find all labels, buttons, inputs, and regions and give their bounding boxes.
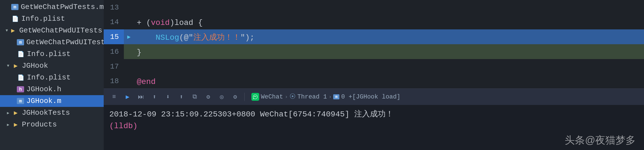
debug-branch-button[interactable]: ⚙ bbox=[203, 92, 214, 102]
folder-icon: ▶ bbox=[12, 121, 20, 128]
breadcrumb-wechat: WeChat bbox=[251, 93, 283, 101]
code-token-nslog: NSLog bbox=[156, 33, 179, 42]
code-token: )load { bbox=[170, 18, 203, 27]
sidebar-item-info-plist-1[interactable]: 📄 Info.plist bbox=[0, 13, 104, 25]
debug-hide-button[interactable]: ≡ bbox=[109, 92, 119, 102]
plist-file-icon: 📄 bbox=[11, 15, 19, 23]
line-number: 14 bbox=[104, 15, 124, 29]
line-arrow bbox=[124, 44, 134, 59]
debug-stepinto-button[interactable]: ⬆ bbox=[149, 92, 160, 102]
code-content: + (void)load { bbox=[134, 15, 644, 29]
line-arrow bbox=[124, 74, 134, 88]
breadcrumb: WeChat › ⦿ Thread 1 › m 0 +[JGHook load] bbox=[251, 93, 639, 101]
console-line-1: 2018-12-09 23:15:09.225303+0800 WeChat[6… bbox=[109, 109, 638, 120]
sidebar-item-info-plist-3[interactable]: 📄 Info.plist bbox=[0, 72, 104, 83]
folder-icon: ▶ bbox=[9, 27, 17, 34]
h-file-icon: h bbox=[17, 86, 24, 92]
code-area: 13 14 + (void)load { 15 ▶ NSLog(@"注入成功！！… bbox=[104, 0, 644, 88]
sidebar-item-jghook-folder[interactable]: ▼ ▶ JGHook bbox=[0, 60, 104, 72]
code-content bbox=[134, 0, 644, 15]
line-arrow: ▶ bbox=[124, 29, 134, 44]
sidebar-item-getwechatpwduitests-m[interactable]: m GetWeChatPwdUITests.m bbox=[0, 36, 104, 48]
debug-copy-button[interactable]: ⧉ bbox=[189, 92, 200, 102]
sidebar-item-getwechatpwdtests-m[interactable]: m GetWeChatPwdTests.m bbox=[0, 1, 104, 13]
sidebar-item-jghooktests[interactable]: ▶ ▶ JGHookTests bbox=[0, 107, 104, 119]
code-line-16: 16 } bbox=[104, 44, 644, 59]
m-file-icon: m bbox=[17, 98, 24, 104]
code-line-14: 14 + (void)load { bbox=[104, 15, 644, 29]
sidebar-item-label: GetWeChatPwdTests.m bbox=[21, 3, 104, 11]
line-number: 18 bbox=[104, 74, 124, 88]
line-number: 15 bbox=[104, 29, 124, 44]
debug-settings-button[interactable]: ⚙ bbox=[230, 92, 240, 102]
sidebar-item-label: GetWeChatPwdUITests.m bbox=[26, 38, 104, 46]
breadcrumb-file: m 0 +[JGHook load] bbox=[333, 93, 400, 100]
triangle-icon: ▼ bbox=[6, 64, 11, 68]
sidebar-item-label: Info.plist bbox=[21, 15, 65, 23]
sidebar-item-jghook-h[interactable]: h JGHook.h bbox=[0, 83, 104, 95]
debug-run-button[interactable]: ▶ bbox=[122, 92, 133, 102]
code-token: + ( bbox=[137, 18, 151, 27]
breadcrumb-file-label: 0 +[JGHook load] bbox=[341, 93, 400, 100]
file-icon: m bbox=[333, 94, 339, 99]
breadcrumb-sep-2: › bbox=[329, 94, 332, 100]
code-content: NSLog(@"注入成功！！"); bbox=[134, 29, 644, 44]
code-token-void: void bbox=[151, 18, 170, 27]
editor: 13 14 + (void)load { 15 ▶ NSLog(@"注入成功！！… bbox=[104, 0, 644, 150]
debug-stepover-button[interactable]: ⏭ bbox=[136, 92, 146, 102]
m-file-icon: m bbox=[17, 39, 24, 45]
svg-point-0 bbox=[254, 96, 255, 97]
code-content: } bbox=[134, 44, 644, 59]
code-token-end: @end bbox=[137, 78, 156, 86]
sidebar-item-products[interactable]: ▶ ▶ Products bbox=[0, 119, 104, 130]
sidebar-item-label: JGHook bbox=[22, 62, 48, 70]
sidebar-item-jghook-m[interactable]: m JGHook.m bbox=[0, 95, 104, 107]
breadcrumb-thread: ⦿ Thread 1 bbox=[289, 93, 327, 100]
line-number: 17 bbox=[104, 59, 124, 74]
line-arrow bbox=[124, 0, 134, 15]
code-token-brace: } bbox=[137, 48, 142, 57]
line-arrow bbox=[124, 59, 134, 74]
sidebar-item-label: JGHook.m bbox=[26, 97, 61, 105]
line-number: 13 bbox=[104, 0, 124, 15]
code-token-indent bbox=[137, 33, 156, 42]
folder-icon: ▶ bbox=[12, 109, 20, 117]
folder-icon: ▶ bbox=[12, 62, 20, 70]
sidebar-item-getwechatpwduitests[interactable]: ▼ ▶ GetWeChatPwdUITests bbox=[0, 25, 104, 36]
sidebar-item-info-plist-2[interactable]: 📄 Info.plist bbox=[0, 48, 104, 60]
plist-file-icon: 📄 bbox=[17, 50, 25, 58]
sidebar-item-label: GetWeChatPwdUITests bbox=[19, 26, 102, 35]
code-token-string: 注入成功！！ bbox=[193, 33, 240, 42]
breadcrumb-sep: › bbox=[285, 94, 288, 100]
code-token: "); bbox=[240, 33, 254, 42]
debug-up-button[interactable]: ⬆ bbox=[176, 92, 187, 102]
code-line-18: 18 @end bbox=[104, 74, 644, 88]
sidebar-item-label: JGHook.h bbox=[26, 85, 61, 93]
m-file-icon: m bbox=[11, 4, 18, 10]
code-line-13: 13 bbox=[104, 0, 644, 15]
sidebar-item-label: Info.plist bbox=[27, 73, 71, 82]
toolbar-separator bbox=[244, 93, 245, 101]
triangle-icon: ▼ bbox=[6, 28, 8, 33]
console-line-lldb: (lldb) bbox=[109, 120, 638, 132]
code-content: @end bbox=[134, 74, 644, 88]
svg-point-1 bbox=[255, 96, 256, 97]
breadcrumb-wechat-label: WeChat bbox=[261, 93, 283, 100]
code-line-15: 15 ▶ NSLog(@"注入成功！！"); bbox=[104, 29, 644, 44]
code-content bbox=[134, 59, 644, 74]
thread-icon: ⦿ bbox=[289, 93, 296, 100]
code-token: (@" bbox=[179, 33, 193, 42]
debug-toolbar: ≡ ▶ ⏭ ⬆ ⬇ ⬆ ⧉ ⚙ ◎ ⚙ WeChat › ⦿ Thread 1 … bbox=[104, 88, 644, 105]
wechat-icon bbox=[251, 93, 259, 101]
breadcrumb-thread-label: Thread 1 bbox=[297, 93, 327, 100]
plist-file-icon: 📄 bbox=[17, 74, 25, 81]
triangle-icon: ▶ bbox=[6, 122, 11, 127]
debug-console: 2018-12-09 23:15:09.225303+0800 WeChat[6… bbox=[104, 105, 644, 150]
sidebar: m GetWeChatPwdTests.m 📄 Info.plist ▼ ▶ G… bbox=[0, 0, 104, 150]
sidebar-item-label: Products bbox=[22, 120, 57, 129]
debug-camera-button[interactable]: ◎ bbox=[216, 92, 227, 102]
debug-stepout-button[interactable]: ⬇ bbox=[163, 92, 173, 102]
triangle-icon: ▶ bbox=[6, 111, 11, 115]
line-number: 16 bbox=[104, 44, 124, 59]
line-arrow bbox=[124, 15, 134, 29]
